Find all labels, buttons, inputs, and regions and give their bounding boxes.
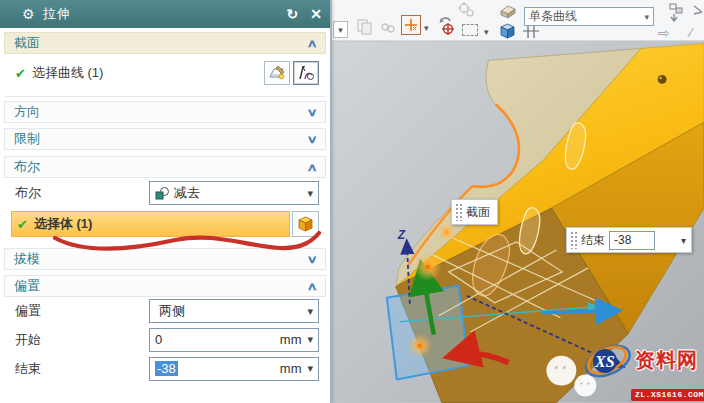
dialog-body: 截面 ∧ ✔ 选择曲线 (1) (0, 28, 330, 383)
dropdown-arrow-icon: ▾ (644, 12, 649, 22)
solid-wedge-icon[interactable] (498, 3, 518, 20)
sketch-section-button[interactable] (264, 61, 290, 85)
chevron-down-icon[interactable]: ∨ (306, 106, 317, 119)
divider (5, 96, 325, 97)
body-cube-button[interactable] (292, 211, 319, 237)
fence-stop-icon[interactable] (522, 24, 540, 39)
section-header-draft[interactable]: 拔模 ∨ (4, 248, 326, 270)
sketch-section-icon (268, 65, 286, 81)
curve-rule-dropdown[interactable]: 单条曲线 ▾ (524, 7, 654, 26)
solid-body-cube-icon (296, 215, 315, 234)
select-mode-dropdown-arrow[interactable]: ▾ (484, 27, 489, 37)
snap-point-dropdown-arrow[interactable]: ▾ (424, 23, 429, 33)
link-icon[interactable] (380, 21, 396, 35)
select-body-label: 选择体 (1) (34, 215, 93, 233)
part-hole-highlight (659, 77, 662, 80)
slash-glyph: ∕ (690, 25, 692, 40)
clipboard-icon (356, 18, 374, 36)
subtract-boolean-icon (155, 186, 170, 200)
curve-button[interactable] (293, 61, 319, 85)
blue-cube-icon[interactable] (498, 22, 517, 40)
end-value[interactable]: -38 (155, 361, 178, 376)
right-arrow-glyph: ⇨ (658, 25, 670, 41)
gears-glyph (456, 1, 476, 19)
section-drag-tag[interactable]: 截面 (451, 199, 498, 225)
section-header-label: 截面 (14, 34, 40, 52)
offset-type-value: 两侧 (159, 302, 185, 320)
end-value-input[interactable]: -38 mm ▾ (149, 357, 319, 381)
boolean-dropdown[interactable]: 减去 ▾ (149, 181, 319, 205)
snap-settings-icon[interactable] (666, 2, 686, 26)
app-window: ⚙ 拉伸 ↻ ✕ 截面 ∧ ✔ 选择曲线 (1) (0, 0, 704, 403)
rectangle-select-icon[interactable] (462, 24, 478, 36)
section-header-section[interactable]: 截面 ∧ (4, 32, 326, 54)
curve-icon (297, 64, 315, 82)
measure-line-icon[interactable]: ∕ (690, 25, 692, 40)
tree-down-glyph (666, 2, 686, 26)
close-button[interactable]: ✕ (310, 6, 322, 22)
dropdown-arrow-icon[interactable]: ▾ (307, 333, 313, 346)
dialog-titlebar[interactable]: ⚙ 拉伸 ↻ ✕ (0, 0, 330, 28)
xs-logo: XS (583, 337, 635, 383)
end-unit: mm (280, 361, 302, 376)
section-header-label: 拔模 (14, 250, 40, 268)
x-direction-arrow[interactable] (541, 311, 616, 313)
wcs-gears-icon[interactable] (456, 1, 476, 19)
section-header-limits[interactable]: 限制 ∨ (4, 128, 326, 150)
start-value-input[interactable]: 0 mm ▾ (149, 328, 319, 352)
offset-type-row: 偏置 两侧 ▾ (3, 297, 327, 325)
chevron-up-icon[interactable]: ∧ (306, 37, 317, 50)
dropdown-arrow-icon[interactable]: ▾ (307, 362, 313, 375)
combo-remnant-arrow[interactable]: ▾ (333, 21, 348, 38)
chevron-up-icon[interactable]: ∧ (306, 161, 317, 174)
dialog-menu-gear-icon[interactable]: ⚙ (22, 6, 35, 22)
end-tag-label: 结束 (581, 232, 605, 249)
select-curve-label: 选择曲线 (1) (32, 64, 104, 82)
dropdown-arrow-icon: ▾ (307, 187, 313, 200)
offset-start-row: 开始 0 mm ▾ (3, 325, 327, 354)
start-unit: mm (280, 332, 302, 347)
reset-button[interactable]: ↻ (287, 6, 299, 22)
forward-arrow-icon[interactable]: ⇨ (658, 25, 670, 41)
chevron-up-icon[interactable]: ∧ (306, 280, 317, 293)
snap-toolbar: ▾ ▾ (332, 0, 704, 41)
dropdown-arrow-icon: ▾ (338, 25, 343, 35)
offset-end-row: 结束 -38 mm ▾ (3, 354, 327, 383)
link-glyph (380, 21, 396, 35)
select-body-highlight[interactable]: ✔ 选择体 (1) (11, 211, 290, 237)
drag-handle[interactable] (455, 203, 464, 221)
rotate-point-glyph (435, 14, 457, 38)
select-body-row: ✔ 选择体 (1) (3, 208, 327, 240)
section-header-label: 偏置 (14, 277, 40, 295)
snap-point-button[interactable] (401, 15, 421, 35)
chevron-down-icon[interactable]: ∨ (306, 133, 317, 146)
watermark-url: ZL.XS1616.COM (631, 389, 704, 401)
end-value-drag-tag[interactable]: 结束 -38 ▾ (566, 227, 692, 253)
section-header-boolean[interactable]: 布尔 ∧ (4, 156, 326, 178)
dropdown-arrow-icon[interactable]: ▾ (681, 235, 686, 246)
extrude-dialog: ⚙ 拉伸 ↻ ✕ 截面 ∧ ✔ 选择曲线 (1) (0, 0, 331, 403)
boolean-value: 减去 (174, 184, 200, 202)
boolean-row: 布尔 减去 ▾ (3, 178, 327, 208)
offset-label: 偏置 (15, 302, 41, 320)
show-shortcuts-icon[interactable] (356, 18, 374, 36)
part-hole[interactable] (658, 75, 667, 84)
orbit-point-icon[interactable] (435, 14, 457, 38)
section-header-direction[interactable]: 方向 ∨ (4, 101, 326, 123)
watermark-name: 资料网 (635, 347, 698, 374)
start-value[interactable]: 0 (155, 332, 162, 347)
chevron-down-icon[interactable]: ∨ (306, 253, 317, 266)
section-header-offset[interactable]: 偏置 ∧ (4, 275, 326, 297)
offset-type-dropdown[interactable]: 两侧 ▾ (149, 299, 319, 323)
section-header-label: 布尔 (14, 158, 40, 176)
edge-snap-icon[interactable] (692, 2, 704, 26)
select-curve-row[interactable]: ✔ 选择曲线 (1) (3, 54, 327, 92)
end-tag-input[interactable]: -38 (609, 231, 655, 250)
fence-glyph (522, 24, 540, 39)
dialog-title: 拉伸 (43, 5, 71, 23)
drag-handle[interactable] (570, 231, 579, 249)
z-axis-label: Z (397, 228, 406, 242)
wedge-glyph (498, 3, 518, 20)
dropdown-arrow-icon: ▾ (424, 23, 429, 33)
dropdown-arrow-icon: ▾ (307, 305, 313, 318)
